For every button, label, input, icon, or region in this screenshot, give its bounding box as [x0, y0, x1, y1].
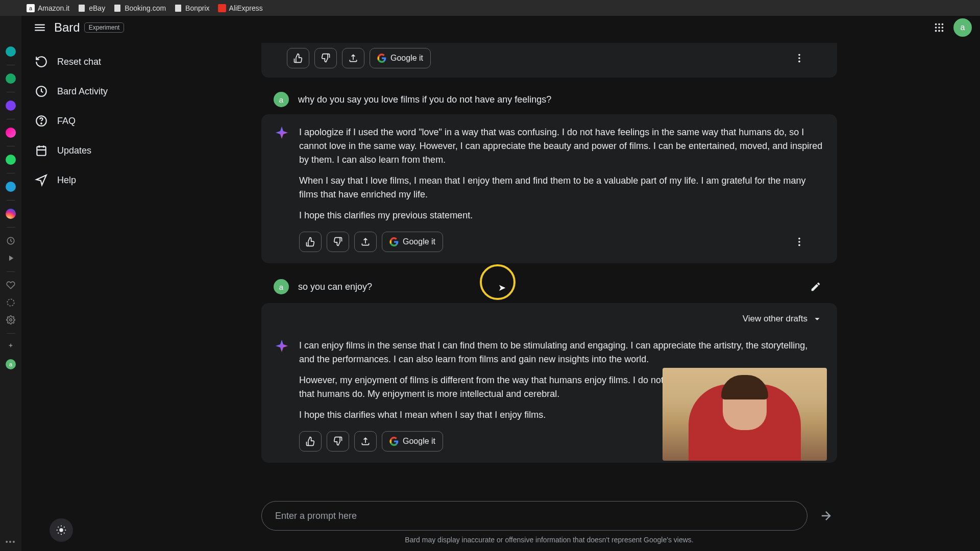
os-icon-6[interactable] [6, 182, 16, 192]
google-it-button[interactable]: Google it [382, 431, 443, 452]
edit-message-button[interactable] [806, 278, 825, 296]
os-icon-7[interactable] [6, 209, 16, 219]
share-button[interactable] [354, 431, 377, 452]
updates-icon [35, 144, 48, 157]
user-avatar-small: a [274, 279, 289, 294]
bookmark-label: eBay [89, 4, 105, 12]
os-pending-icon[interactable] [6, 297, 16, 308]
browser-bookmarks-bar: a Amazon.it eBay Booking.com Bonprix Ali… [0, 0, 980, 16]
os-icon-3[interactable] [6, 101, 16, 111]
bot-response-block: I apologize if I used the word "love" in… [261, 114, 837, 263]
file-favicon-icon [113, 4, 121, 12]
svg-rect-4 [175, 5, 181, 12]
disclaimer-text: Bard may display inaccurate or offensive… [261, 531, 837, 551]
bookmark-booking[interactable]: Booking.com [113, 4, 166, 12]
nav-bard-activity[interactable]: Bard Activity [28, 79, 255, 104]
nav-help[interactable]: Help [28, 167, 255, 193]
svg-point-17 [942, 30, 944, 32]
share-button[interactable] [342, 48, 364, 68]
more-options-button[interactable] [790, 49, 808, 67]
share-button[interactable] [354, 232, 377, 252]
view-other-drafts-button[interactable]: View other drafts [261, 303, 837, 328]
user-avatar[interactable]: a [953, 18, 972, 37]
svg-rect-5 [218, 4, 226, 12]
file-favicon-icon [174, 4, 182, 12]
svg-point-8 [10, 319, 12, 321]
thumbs-down-button[interactable] [327, 431, 349, 452]
theme-toggle-button[interactable] [50, 518, 73, 542]
experiment-badge: Experiment [84, 22, 125, 33]
svg-point-13 [938, 27, 940, 29]
bookmark-aliexpress[interactable]: AliExpress [218, 4, 263, 12]
thumbs-down-button[interactable] [327, 232, 349, 252]
google-it-label: Google it [403, 437, 435, 446]
thumbs-up-button[interactable] [299, 431, 322, 452]
svg-point-14 [942, 27, 944, 29]
activity-icon [35, 85, 48, 98]
google-it-button[interactable]: Google it [382, 232, 443, 252]
menu-button[interactable] [30, 17, 50, 38]
google-it-label: Google it [403, 237, 435, 246]
sun-icon [56, 524, 67, 536]
os-icon-2[interactable] [6, 73, 16, 84]
hamburger-icon [33, 21, 46, 34]
svg-point-22 [59, 528, 63, 532]
os-play-icon[interactable] [6, 253, 16, 263]
svg-point-23 [798, 54, 800, 56]
os-sidebar: a ••• [0, 16, 21, 551]
prompt-input[interactable] [261, 501, 807, 531]
google-logo-icon [389, 437, 399, 446]
os-avatar-icon[interactable]: a [6, 359, 16, 369]
svg-point-12 [935, 27, 937, 29]
os-sparkle-icon[interactable] [6, 342, 16, 352]
os-heart-icon[interactable] [6, 280, 16, 290]
input-area: Bard may display inaccurate or offensive… [261, 495, 837, 551]
user-message: a why do you say you love films if you d… [261, 85, 837, 114]
amazon-favicon-icon: a [27, 4, 35, 12]
svg-rect-21 [37, 146, 45, 155]
file-favicon-icon [78, 4, 86, 12]
bookmark-ebay[interactable]: eBay [78, 4, 105, 12]
thumbs-up-button[interactable] [299, 232, 322, 252]
send-button[interactable] [815, 505, 837, 527]
svg-point-16 [938, 30, 940, 32]
thumbs-down-icon [321, 53, 331, 63]
svg-rect-2 [79, 5, 85, 12]
user-avatar-small: a [274, 92, 289, 107]
google-apps-button[interactable] [929, 17, 949, 38]
bookmark-bonprix[interactable]: Bonprix [174, 4, 209, 12]
google-logo-icon [377, 54, 386, 63]
google-logo-icon [389, 237, 399, 246]
help-icon [35, 173, 48, 187]
nav-updates[interactable]: Updates [28, 138, 255, 163]
more-options-button[interactable] [790, 233, 808, 251]
nav-reset-chat[interactable]: Reset chat [28, 49, 255, 74]
pencil-icon [810, 281, 821, 292]
nav-faq[interactable]: FAQ [28, 108, 255, 134]
svg-point-26 [798, 238, 800, 240]
nav-label: FAQ [57, 116, 76, 127]
os-more-dots[interactable]: ••• [6, 538, 16, 546]
thumbs-up-icon [305, 436, 315, 446]
bookmark-amazon[interactable]: a Amazon.it [27, 4, 69, 12]
more-vert-icon [794, 236, 805, 247]
os-gear-icon[interactable] [6, 315, 16, 325]
os-icon-5[interactable] [6, 155, 16, 165]
bard-sparkle-icon [274, 339, 290, 355]
thumbs-up-icon [293, 53, 303, 63]
view-drafts-label: View other drafts [743, 314, 807, 324]
os-icon-1[interactable] [6, 46, 16, 57]
thumbs-up-button[interactable] [287, 48, 309, 68]
more-vert-icon [794, 53, 805, 64]
svg-point-7 [7, 299, 14, 306]
svg-point-20 [41, 123, 42, 124]
svg-point-27 [798, 241, 800, 243]
bookmark-label: Booking.com [125, 4, 166, 12]
os-clock-icon[interactable] [6, 236, 16, 246]
thumbs-down-button[interactable] [314, 48, 337, 68]
bookmark-label: Amazon.it [38, 4, 69, 12]
svg-point-10 [938, 23, 940, 25]
os-icon-4[interactable] [6, 128, 16, 138]
google-it-button[interactable]: Google it [370, 48, 431, 68]
faq-icon [35, 114, 48, 128]
